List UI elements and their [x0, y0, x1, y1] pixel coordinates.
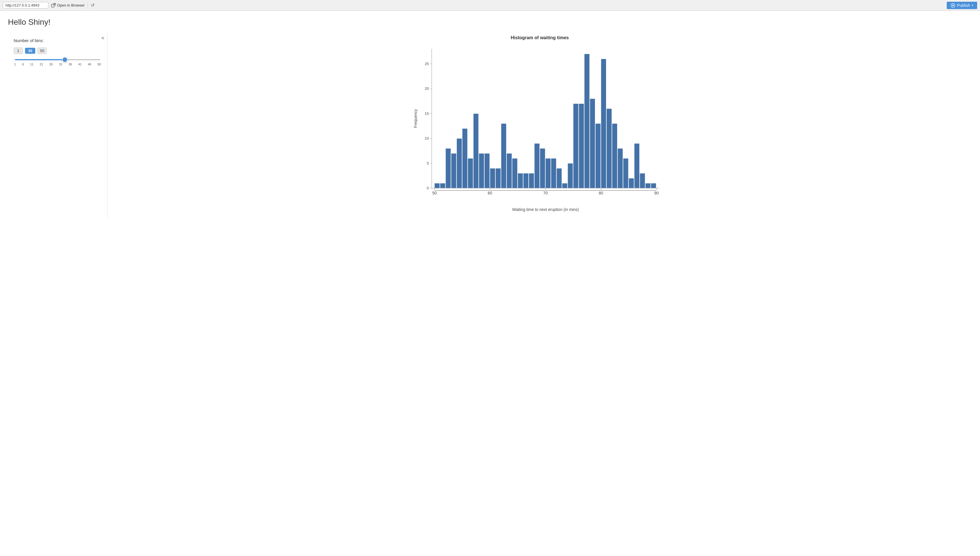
refresh-button[interactable]: ↺	[91, 3, 94, 8]
chart-title: Histogram of waiting times	[511, 35, 569, 40]
svg-rect-43	[651, 183, 657, 189]
svg-rect-30	[579, 104, 584, 189]
svg-rect-40	[634, 144, 640, 189]
slider-track-container	[14, 56, 102, 61]
svg-rect-27	[562, 183, 568, 189]
tick-11: 11	[30, 63, 34, 66]
slider-max-label: 50	[37, 47, 47, 54]
tick-41: 41	[78, 63, 82, 66]
svg-rect-8	[457, 139, 462, 188]
slider-with-labels: 1 30 50	[14, 47, 102, 54]
tick-50: 50	[97, 63, 101, 66]
svg-rect-9	[462, 128, 467, 188]
svg-rect-38	[623, 158, 629, 188]
svg-rect-11	[473, 114, 479, 189]
svg-rect-33	[595, 124, 601, 189]
svg-rect-19	[517, 173, 523, 189]
publish-label: Publish	[957, 3, 970, 8]
svg-rect-5	[440, 183, 445, 189]
svg-rect-32	[590, 99, 595, 188]
bins-slider[interactable]	[15, 59, 100, 60]
svg-text:10: 10	[425, 136, 429, 141]
svg-rect-37	[618, 149, 623, 188]
page-title: Hello Shiny!	[8, 18, 972, 27]
svg-rect-4	[435, 183, 440, 189]
svg-rect-24	[545, 158, 551, 188]
svg-rect-21	[529, 173, 534, 189]
svg-rect-39	[629, 178, 634, 188]
chart-area: Histogram of waiting times 0510152025506…	[107, 32, 972, 218]
toolbar-divider	[87, 3, 88, 8]
svg-rect-29	[573, 104, 579, 189]
svg-rect-18	[512, 158, 517, 188]
main-layout: < Number of bins: 1 30 50 1 6 11 21 26 3…	[8, 32, 972, 218]
url-bar[interactable]: http://127.0.0.1:4943	[3, 2, 49, 8]
svg-rect-23	[540, 149, 545, 188]
svg-rect-7	[451, 154, 456, 189]
svg-text:20: 20	[425, 86, 429, 91]
chart-svg-wrapper: 05101520255060708090FrequencyWaiting tim…	[412, 43, 668, 215]
tick-26: 26	[49, 63, 53, 66]
svg-text:15: 15	[425, 112, 429, 116]
svg-rect-12	[479, 154, 484, 189]
svg-rect-28	[568, 163, 573, 189]
page-content: Hello Shiny! < Number of bins: 1 30 50 1…	[0, 11, 980, 225]
tick-36: 36	[68, 63, 72, 66]
svg-rect-22	[534, 144, 540, 189]
svg-text:90: 90	[654, 191, 659, 195]
svg-text:5: 5	[427, 161, 429, 165]
svg-rect-10	[468, 158, 473, 188]
svg-text:50: 50	[432, 191, 437, 195]
svg-text:60: 60	[488, 191, 492, 195]
publish-button[interactable]: Publish ▾	[947, 2, 977, 9]
svg-rect-17	[506, 154, 512, 189]
slider-tick-labels: 1 6 11 21 26 31 36 41 46 50	[14, 63, 102, 66]
collapse-panel-button[interactable]: <	[101, 35, 104, 41]
svg-rect-35	[606, 108, 612, 188]
svg-rect-42	[645, 183, 651, 189]
svg-rect-31	[584, 54, 590, 189]
svg-text:Frequency: Frequency	[413, 109, 418, 128]
tick-46: 46	[88, 63, 91, 66]
svg-rect-14	[490, 168, 495, 188]
tick-6: 6	[22, 63, 24, 66]
svg-text:80: 80	[598, 191, 603, 195]
publish-chevron-icon: ▾	[972, 4, 973, 7]
histogram-chart: 05101520255060708090FrequencyWaiting tim…	[412, 43, 668, 214]
svg-text:25: 25	[425, 62, 429, 66]
bins-label: Number of bins:	[14, 38, 102, 43]
open-in-browser-button[interactable]: Open in Browser	[51, 3, 85, 8]
svg-rect-13	[484, 154, 490, 189]
svg-text:Waiting time to next eruption : Waiting time to next eruption (in mins)	[512, 207, 579, 212]
tick-21: 21	[40, 63, 43, 66]
external-link-icon	[51, 3, 56, 8]
tick-31: 31	[59, 63, 62, 66]
svg-text:70: 70	[543, 191, 548, 195]
publish-icon	[951, 3, 955, 8]
svg-rect-6	[446, 149, 451, 188]
svg-rect-34	[601, 59, 606, 188]
svg-rect-41	[640, 173, 645, 189]
svg-point-3	[953, 5, 954, 6]
slider-min-label: 1	[14, 47, 23, 54]
open-in-browser-label: Open in Browser	[57, 3, 85, 7]
tick-1: 1	[14, 63, 16, 66]
svg-text:0: 0	[427, 186, 429, 190]
svg-rect-20	[523, 173, 529, 189]
svg-rect-16	[501, 124, 506, 189]
svg-rect-15	[495, 168, 501, 188]
controls-panel: < Number of bins: 1 30 50 1 6 11 21 26 3…	[8, 32, 107, 218]
svg-rect-36	[612, 124, 618, 189]
slider-value-label: 30	[25, 48, 35, 54]
svg-rect-26	[556, 168, 562, 188]
browser-toolbar: http://127.0.0.1:4943 Open in Browser ↺ …	[0, 0, 980, 11]
svg-rect-25	[551, 158, 556, 188]
